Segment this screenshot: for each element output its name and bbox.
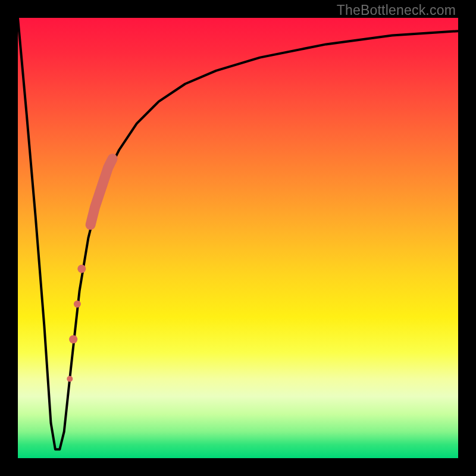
- bottleneck-curve: [18, 18, 458, 449]
- plot-area: [18, 18, 458, 458]
- watermark-text: TheBottleneck.com: [337, 2, 456, 18]
- marker-dot: [69, 335, 77, 343]
- marker-dot: [74, 300, 81, 308]
- marker-stroke: [90, 159, 112, 225]
- chart-frame: TheBottleneck.com: [0, 0, 476, 476]
- curve-layer: [18, 18, 458, 458]
- marker-dot: [77, 265, 86, 273]
- marker-dot: [67, 376, 73, 382]
